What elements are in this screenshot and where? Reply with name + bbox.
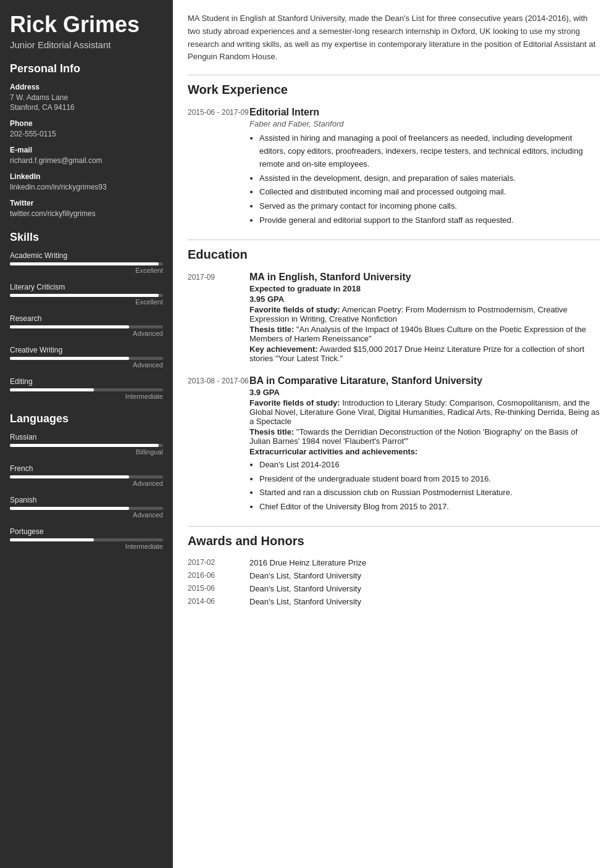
skill-name: Creative Writing	[10, 346, 163, 354]
education-entry: 2013-08 - 2017-06 BA in Comparative Lita…	[188, 375, 600, 515]
edu-gpa: 3.9 GPA	[249, 388, 600, 397]
personal-info-title: Personal Info	[10, 62, 163, 75]
skill-item: Literary Criticism Excellent	[10, 283, 163, 306]
summary-text: MA Student in English at Stanford Univer…	[188, 12, 600, 64]
skill-bar-fill	[10, 262, 159, 265]
language-bar-bg	[10, 444, 163, 447]
edu-body: MA in English, Stanford UniversityExpect…	[249, 272, 600, 364]
main-content: MA Student in English at Stanford Univer…	[173, 0, 615, 868]
language-bar-fill	[10, 538, 94, 541]
edu-gpa: 3.95 GPA	[249, 294, 600, 304]
skill-item: Research Advanced	[10, 314, 163, 337]
skill-item: Editing Intermediate	[10, 377, 163, 400]
work-bullet: Provide general and editorial support to…	[259, 214, 600, 227]
skill-level: Excellent	[10, 298, 163, 306]
divider-work	[188, 75, 600, 75]
award-text: Dean's List, Stanford University	[249, 597, 361, 606]
language-level: Intermediate	[10, 543, 163, 550]
award-date: 2016-06	[188, 571, 249, 580]
address-line1: 7 W. Adams Lane	[10, 93, 163, 103]
skills-list: Academic Writing Excellent Literary Crit…	[10, 251, 163, 400]
job-title: Junior Editorial Assistant	[10, 40, 163, 50]
twitter-value: twitter.com/rickyfillygrimes	[10, 209, 163, 219]
work-bullet: Served as the primary contact for incomi…	[259, 200, 600, 213]
work-bullet: Assisted in hiring and managing a pool o…	[259, 132, 600, 170]
edu-thesis: Thesis title: "An Analysis of the Impact…	[249, 325, 600, 343]
edu-bullet: President of the undergraduate student b…	[259, 473, 600, 486]
language-bar-fill	[10, 507, 129, 510]
skill-bar-fill	[10, 294, 159, 297]
language-level: Advanced	[10, 480, 163, 487]
language-item: Russian Billingual	[10, 433, 163, 456]
award-entry: 2016-06 Dean's List, Stanford University	[188, 571, 600, 580]
skill-name: Research	[10, 314, 163, 323]
language-item: Spanish Advanced	[10, 496, 163, 519]
language-name: Portugese	[10, 527, 163, 536]
twitter-label: Twitter	[10, 199, 163, 207]
edu-title: MA in English, Stanford University	[249, 272, 600, 283]
work-title: Editorial Intern	[249, 107, 600, 118]
candidate-name: Rick Grimes	[10, 12, 163, 37]
edu-title: BA in Comparative Litarature, Stanford U…	[249, 375, 600, 386]
skill-level: Intermediate	[10, 393, 163, 400]
edu-body: BA in Comparative Litarature, Stanford U…	[249, 375, 600, 515]
edu-achievement: Key achievement: Awarded $15,000 2017 Dr…	[249, 344, 600, 363]
divider-education	[188, 240, 600, 240]
language-level: Billingual	[10, 448, 163, 456]
language-name: Spanish	[10, 496, 163, 504]
education-entries: 2017-09 MA in English, Stanford Universi…	[188, 272, 600, 515]
skills-title: Skills	[10, 231, 163, 244]
address-label: Address	[10, 83, 163, 91]
skill-level: Excellent	[10, 267, 163, 274]
award-text: Dean's List, Stanford University	[249, 584, 361, 593]
skill-bar-bg	[10, 388, 163, 391]
language-name: French	[10, 464, 163, 473]
skill-bar-bg	[10, 325, 163, 328]
edu-date: 2017-09	[188, 272, 249, 364]
language-bar-fill	[10, 475, 129, 478]
language-bar-fill	[10, 444, 159, 447]
edu-bold1: Expected to graduate in 2018	[249, 284, 600, 293]
awards-title: Awards and Honors	[188, 534, 600, 548]
edu-bullet: Started and ran a discussion club on Rus…	[259, 486, 600, 499]
work-experience-title: Work Experience	[188, 83, 600, 97]
edu-bullets: Dean's List 2014-2016President of the un…	[259, 459, 600, 514]
work-bullet: Collected and distributed incoming mail …	[259, 186, 600, 199]
skill-item: Academic Writing Excellent	[10, 251, 163, 274]
work-date: 2015-06 - 2017-09	[188, 107, 249, 228]
edu-extracurricular-label: Extracurricular activities and achieveme…	[249, 447, 600, 456]
edu-bullet: Dean's List 2014-2016	[259, 459, 600, 472]
skill-bar-bg	[10, 357, 163, 360]
work-bullet: Assisted in the development, design, and…	[259, 172, 600, 185]
education-title: Education	[188, 248, 600, 262]
skill-bar-fill	[10, 325, 129, 328]
work-entries: 2015-06 - 2017-09 Editorial Intern Faber…	[188, 107, 600, 228]
skill-name: Academic Writing	[10, 251, 163, 260]
award-text: 2016 Drue Heinz Literature Prize	[249, 558, 366, 567]
edu-fields: Favorite fields of study: Introduction t…	[249, 398, 600, 426]
awards-list: 2017-02 2016 Drue Heinz Literature Prize…	[188, 558, 600, 606]
email-value: richard.f.grimes@gmail.com	[10, 156, 163, 166]
award-entry: 2014-06 Dean's List, Stanford University	[188, 597, 600, 606]
work-subtitle: Faber and Faber, Stanford	[249, 119, 600, 128]
linkedin-value: linkedin.com/in/rickygrimes93	[10, 182, 163, 193]
language-bar-bg	[10, 475, 163, 478]
phone-label: Phone	[10, 119, 163, 128]
edu-date: 2013-08 - 2017-06	[188, 375, 249, 515]
language-item: French Advanced	[10, 464, 163, 487]
language-level: Advanced	[10, 511, 163, 519]
work-bullets: Assisted in hiring and managing a pool o…	[259, 132, 600, 227]
edu-fields: Favorite fields of study: American Poetr…	[249, 305, 600, 323]
languages-list: Russian Billingual French Advanced Spani…	[10, 433, 163, 550]
language-item: Portugese Intermediate	[10, 527, 163, 550]
education-entry: 2017-09 MA in English, Stanford Universi…	[188, 272, 600, 364]
language-bar-bg	[10, 507, 163, 510]
sidebar: Rick Grimes Junior Editorial Assistant P…	[0, 0, 173, 868]
edu-bullet: Chief Editor of the University Blog from…	[259, 501, 600, 514]
skill-item: Creative Writing Advanced	[10, 346, 163, 369]
award-entry: 2017-02 2016 Drue Heinz Literature Prize	[188, 558, 600, 567]
skill-name: Editing	[10, 377, 163, 386]
work-body: Editorial Intern Faber and Faber, Stanfo…	[249, 107, 600, 228]
award-text: Dean's List, Stanford University	[249, 571, 361, 580]
work-entry: 2015-06 - 2017-09 Editorial Intern Faber…	[188, 107, 600, 228]
